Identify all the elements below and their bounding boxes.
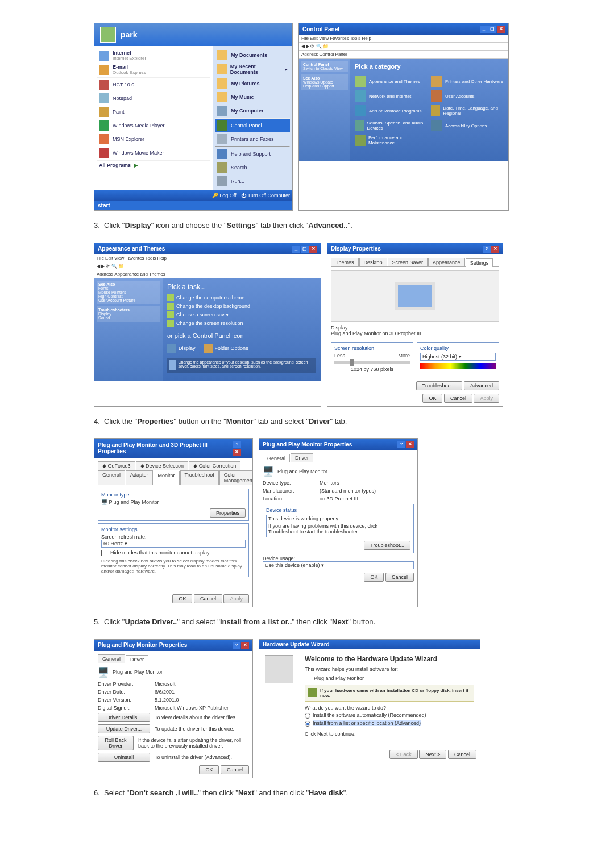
tab-monitor[interactable]: Monitor <box>154 471 180 485</box>
cancel-button[interactable]: Cancel <box>221 765 249 774</box>
my-pictures[interactable]: My Pictures <box>215 77 290 90</box>
cancel-button[interactable]: Cancel <box>444 394 472 403</box>
ok-button[interactable]: OK <box>364 573 384 582</box>
help-icon[interactable]: ? <box>397 441 405 448</box>
ok-button[interactable]: OK <box>422 394 442 403</box>
app-notepad[interactable]: Notepad <box>97 91 210 105</box>
update-driver-button[interactable]: Update Driver... <box>98 724 150 733</box>
tab-general[interactable]: General <box>263 454 290 462</box>
nav-toolbar[interactable]: ◀ ▶ ⟳ 🔍 📁 <box>94 262 321 270</box>
help-icon[interactable]: ? <box>483 246 491 253</box>
logoff-button[interactable]: 🔑 Log Off <box>212 193 237 198</box>
app-hct[interactable]: HCT 10.0 <box>97 78 210 91</box>
tab-colorcorr[interactable]: ◆ Color Correction <box>189 461 240 470</box>
tab-troubleshoot[interactable]: Troubleshoot <box>180 470 219 485</box>
my-documents[interactable]: My Documents <box>215 48 290 62</box>
help-support-link[interactable]: Help and Support <box>303 84 346 88</box>
device-usage-select[interactable]: Use this device (enable) ▾ <box>263 561 414 569</box>
minimize-icon[interactable]: _ <box>292 246 300 253</box>
close-icon[interactable]: ✕ <box>241 642 249 649</box>
cancel-button[interactable]: Cancel <box>448 750 476 759</box>
properties-button[interactable]: Properties <box>210 508 246 518</box>
task-resolution[interactable]: Change the screen resolution <box>167 320 316 327</box>
all-programs[interactable]: All Programs ▶ <box>97 161 210 170</box>
menu-bar[interactable]: File Edit View Favorites Tools Help <box>94 254 321 262</box>
maximize-icon[interactable]: ▢ <box>301 246 309 253</box>
run[interactable]: Run... <box>215 174 290 188</box>
maximize-icon[interactable]: ▢ <box>488 26 496 33</box>
tab-desktop[interactable]: Desktop <box>359 258 387 266</box>
app-paint[interactable]: Paint <box>97 105 210 119</box>
my-computer[interactable]: My Computer <box>215 104 290 118</box>
tab-themes[interactable]: Themes <box>331 258 359 266</box>
tab-driver[interactable]: Driver <box>291 453 313 462</box>
pinned-internet[interactable]: InternetInternet Explorer <box>97 48 210 62</box>
close-icon[interactable]: ✕ <box>491 246 499 253</box>
tab-settings[interactable]: Settings <box>466 258 493 267</box>
app-moviemaker[interactable]: Windows Movie Maker <box>97 146 210 160</box>
tab-adapter[interactable]: Adapter <box>126 470 153 485</box>
close-icon[interactable]: ✕ <box>309 246 317 253</box>
address-bar[interactable]: Address Appearance and Themes <box>94 270 321 278</box>
cat-users[interactable]: User Accounts <box>431 90 504 102</box>
minimize-icon[interactable]: _ <box>480 26 488 33</box>
driver-details-button[interactable]: Driver Details... <box>98 713 150 722</box>
search[interactable]: Search <box>215 161 290 174</box>
cat-datetime[interactable]: Date, Time, Language, and Regional <box>431 105 504 116</box>
address-bar[interactable]: Address Control Panel <box>299 51 508 59</box>
apply-button[interactable]: Apply <box>223 594 249 603</box>
troubleshoot-button[interactable]: Troubleshoot... <box>364 541 410 550</box>
nav-toolbar[interactable]: ◀ ▶ ⟳ 🔍 📁 <box>299 43 508 51</box>
cancel-button[interactable]: Cancel <box>194 594 222 603</box>
tab-appearance[interactable]: Appearance <box>428 258 465 266</box>
tab-screensaver[interactable]: Screen Saver <box>388 258 428 266</box>
color-quality-select[interactable]: Highest (32 bit) ▾ <box>420 353 496 361</box>
cat-performance[interactable]: Performance and Maintenance <box>355 135 428 146</box>
hide-modes-checkbox[interactable] <box>101 550 107 556</box>
next-button[interactable]: Next > <box>419 750 446 759</box>
pinned-email[interactable]: E-mailOutlook Express <box>97 62 210 77</box>
tab-general[interactable]: General <box>98 654 125 663</box>
resolution-slider[interactable] <box>334 361 410 364</box>
tab-driver[interactable]: Driver <box>126 655 148 663</box>
cat-accessibility[interactable]: Accessibility Options <box>431 120 504 131</box>
cat-appearance[interactable]: Appearance and Themes <box>355 76 428 87</box>
help-icon[interactable]: ? <box>233 642 240 649</box>
app-wmp[interactable]: Windows Media Player <box>97 119 210 132</box>
option-auto[interactable]: Install the software automatically (Reco… <box>305 712 474 719</box>
task-theme[interactable]: Change the computer's theme <box>167 294 316 301</box>
refresh-rate-select[interactable]: 60 Hertz ▾ <box>101 540 246 548</box>
apply-button[interactable]: Apply <box>474 394 499 403</box>
close-icon[interactable]: ✕ <box>497 26 505 33</box>
help-icon[interactable]: ? <box>233 441 241 448</box>
turnoff-button[interactable]: ⏻ Turn Off Computer <box>241 193 290 198</box>
uninstall-button[interactable]: Uninstall <box>98 753 150 762</box>
back-button[interactable]: < Back <box>389 750 418 759</box>
ok-button[interactable]: OK <box>172 594 192 603</box>
help-support[interactable]: Help and Support <box>215 147 290 161</box>
control-panel[interactable]: Control Panel <box>215 119 290 132</box>
menu-bar[interactable]: File Edit View Favorites Tools Help <box>299 35 508 43</box>
troubleshoot-button[interactable]: Troubleshoot... <box>416 381 463 390</box>
start-button[interactable]: start <box>98 202 110 208</box>
switch-classic-link[interactable]: Switch to Classic View <box>303 66 346 70</box>
app-msn[interactable]: MSN Explorer <box>97 132 210 146</box>
rollback-driver-button[interactable]: Roll Back Driver <box>98 736 134 750</box>
folder-options-link[interactable]: Folder Options <box>204 344 248 353</box>
printers-faxes[interactable]: Printers and Faxes <box>215 132 290 146</box>
tab-general[interactable]: General <box>98 470 125 485</box>
cat-sounds[interactable]: Sounds, Speech, and Audio Devices <box>355 120 428 131</box>
task-background[interactable]: Change the desktop background <box>167 303 316 310</box>
cancel-button[interactable]: Cancel <box>385 573 414 582</box>
cat-printers[interactable]: Printers and Other Hardware <box>431 76 504 87</box>
tab-geforce3[interactable]: ◆ GeForce3 <box>98 461 135 470</box>
my-music[interactable]: My Music <box>215 90 290 104</box>
tab-colormgmt[interactable]: Color Management <box>219 470 253 485</box>
my-recent[interactable]: My Recent Documents ▸ <box>215 62 290 77</box>
cat-network[interactable]: Network and Internet <box>355 90 428 102</box>
close-icon[interactable]: ✕ <box>233 449 241 456</box>
windows-update-link[interactable]: Windows Update <box>303 80 346 84</box>
option-list[interactable]: Install from a list or specific location… <box>305 720 474 727</box>
close-icon[interactable]: ✕ <box>406 441 414 448</box>
task-screensaver[interactable]: Choose a screen saver <box>167 311 316 318</box>
